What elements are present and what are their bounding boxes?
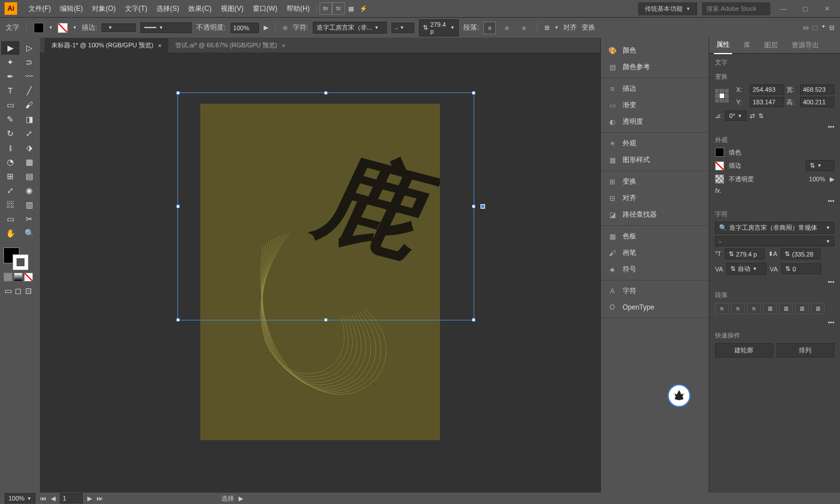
- nav-next-icon[interactable]: ▶: [87, 495, 92, 502]
- justify-center[interactable]: ≣: [779, 303, 793, 314]
- opacity-icon[interactable]: [715, 174, 724, 184]
- close-icon[interactable]: ✕: [818, 3, 835, 14]
- panel-character[interactable]: A字符: [601, 283, 709, 299]
- arrange-button[interactable]: 排列: [777, 343, 835, 357]
- nav-first-icon[interactable]: ⏮: [40, 495, 46, 502]
- color-picker[interactable]: ▭◻⊡: [1, 245, 39, 298]
- shape-builder-tool[interactable]: ◔: [1, 155, 19, 169]
- font-style[interactable]: -▼: [391, 23, 414, 33]
- graph-tool[interactable]: ▥: [20, 198, 38, 212]
- magic-wand-tool[interactable]: ✦: [1, 55, 19, 69]
- more-options-icon[interactable]: •••: [827, 123, 834, 130]
- opacity-value[interactable]: 100%: [809, 176, 825, 182]
- kerning-input[interactable]: ⇅自动▼: [726, 263, 766, 275]
- justify-right[interactable]: ≣: [795, 303, 809, 314]
- flip-v-icon[interactable]: ⇅: [758, 112, 764, 120]
- screen-mode[interactable]: ▭: [3, 286, 13, 295]
- canvas-area[interactable]: 未标题-1* @ 100% (RGB/GPU 预览)× 尝试.ai* @ 66.…: [40, 38, 600, 493]
- y-input[interactable]: [750, 97, 784, 107]
- tab-properties[interactable]: 属性: [714, 38, 732, 54]
- artboard[interactable]: 鹿: [200, 104, 440, 440]
- stroke-swatch[interactable]: [715, 161, 724, 170]
- opacity-input[interactable]: [231, 23, 259, 33]
- menu-file[interactable]: 文件(F): [24, 2, 55, 16]
- color-mode-solid[interactable]: [3, 273, 13, 282]
- maximize-icon[interactable]: ▢: [797, 3, 814, 14]
- create-outlines-button[interactable]: 建轮廓: [715, 343, 773, 357]
- panel-graphic-styles[interactable]: ▦图形样式: [601, 152, 709, 168]
- panel-swatches[interactable]: ▦色板: [601, 228, 709, 245]
- angle-input[interactable]: 0°▼: [725, 111, 746, 121]
- stock-icon[interactable]: St: [332, 2, 345, 15]
- chevron-down-icon[interactable]: ▼: [554, 25, 559, 30]
- menu-window[interactable]: 窗口(W): [248, 2, 282, 16]
- gpu-icon[interactable]: ⚡: [357, 2, 370, 15]
- fill-swatch[interactable]: [715, 148, 724, 157]
- justify-left[interactable]: ≣: [763, 303, 777, 314]
- tab-layers[interactable]: 图层: [762, 38, 780, 54]
- tab-library[interactable]: 库: [741, 38, 753, 54]
- variable-width[interactable]: ━━━▼: [140, 22, 192, 33]
- opacity-arrow-icon[interactable]: ▶: [264, 24, 268, 31]
- curvature-tool[interactable]: 〰: [20, 70, 38, 83]
- panel-color[interactable]: 🎨颜色: [601, 42, 709, 59]
- font-size-input[interactable]: ⇅279.4 p: [725, 249, 765, 259]
- close-tab-icon[interactable]: ×: [158, 42, 161, 49]
- color-mode-none[interactable]: [24, 273, 33, 282]
- fx-label[interactable]: fx.: [715, 187, 722, 194]
- width-tool[interactable]: ⫿: [1, 141, 19, 155]
- more-options-icon[interactable]: •••: [827, 197, 834, 204]
- panel-transparency[interactable]: ◐透明度: [601, 113, 709, 130]
- align-center-icon[interactable]: ≡: [500, 22, 513, 34]
- color-mode-gradient[interactable]: [14, 273, 23, 282]
- panel-symbols[interactable]: ♣符号: [601, 261, 709, 278]
- selection-bounds[interactable]: [177, 92, 474, 320]
- edit-similar-icon[interactable]: ⬚: [812, 24, 818, 31]
- panel-transform[interactable]: ⊞变换: [601, 173, 709, 190]
- rotate-tool[interactable]: ↻: [1, 127, 19, 140]
- doc-tab-2[interactable]: 尝试.ai* @ 66.67% (RGB/GPU 预览)×: [168, 38, 292, 52]
- panel-opentype[interactable]: OOpenType: [601, 299, 709, 315]
- stroke-weight-input[interactable]: ⇅ ▼: [806, 160, 834, 171]
- envelope-icon[interactable]: ⊞: [544, 24, 550, 31]
- flip-h-icon[interactable]: ⇄: [750, 112, 755, 120]
- more-options-icon[interactable]: •••: [827, 319, 834, 326]
- options-menu-icon[interactable]: ⊟: [829, 24, 834, 31]
- symbol-sprayer-tool[interactable]: ⛆: [1, 198, 19, 212]
- hand-tool[interactable]: ✋: [1, 226, 19, 240]
- menu-object[interactable]: 对象(O): [87, 2, 120, 16]
- rectangle-tool[interactable]: ▭: [1, 98, 19, 112]
- zoom-level[interactable]: 100%▼: [5, 493, 35, 503]
- zoom-tool[interactable]: 🔍: [20, 226, 38, 240]
- selection-tool[interactable]: ▶: [1, 41, 19, 55]
- screen-mode-3[interactable]: ⊡: [24, 286, 33, 295]
- stroke-swatch[interactable]: [58, 23, 68, 33]
- reference-point[interactable]: [715, 89, 729, 103]
- minimize-icon[interactable]: —: [775, 3, 792, 14]
- panel-align[interactable]: ⊟对齐: [601, 190, 709, 206]
- close-tab-icon[interactable]: ×: [282, 42, 285, 49]
- canvas-viewport[interactable]: 鹿: [40, 52, 600, 493]
- nav-prev-icon[interactable]: ◀: [51, 495, 55, 502]
- fill-swatch[interactable]: [34, 23, 44, 33]
- gradient-tool[interactable]: ▤: [20, 169, 38, 183]
- font-family[interactable]: 造字工房言宋（非...▼: [313, 22, 387, 34]
- panel-brushes[interactable]: 🖌画笔: [601, 245, 709, 261]
- tab-export[interactable]: 资源导出: [789, 38, 821, 54]
- isolate-icon[interactable]: ▭: [803, 24, 809, 31]
- menu-effect[interactable]: 效果(C): [184, 2, 216, 16]
- line-tool[interactable]: ╱: [20, 84, 38, 97]
- menu-select[interactable]: 选择(S): [152, 2, 184, 16]
- artboard-tool[interactable]: ▭: [1, 212, 19, 226]
- align-right[interactable]: ≡: [747, 303, 761, 314]
- menu-view[interactable]: 视图(V): [216, 2, 248, 16]
- nav-last-icon[interactable]: ⏭: [96, 495, 103, 502]
- align-left-icon[interactable]: ≡: [483, 22, 496, 34]
- eraser-tool[interactable]: ◨: [20, 112, 38, 126]
- shaper-tool[interactable]: ✎: [1, 112, 19, 126]
- arrange-docs-icon[interactable]: ▦: [345, 2, 357, 15]
- lasso-tool[interactable]: ⊃: [20, 55, 38, 69]
- transform-label[interactable]: 变换: [581, 23, 595, 32]
- status-arrow-icon[interactable]: ▶: [239, 495, 243, 502]
- doc-tab-1[interactable]: 未标题-1* @ 100% (RGB/GPU 预览)×: [45, 38, 168, 52]
